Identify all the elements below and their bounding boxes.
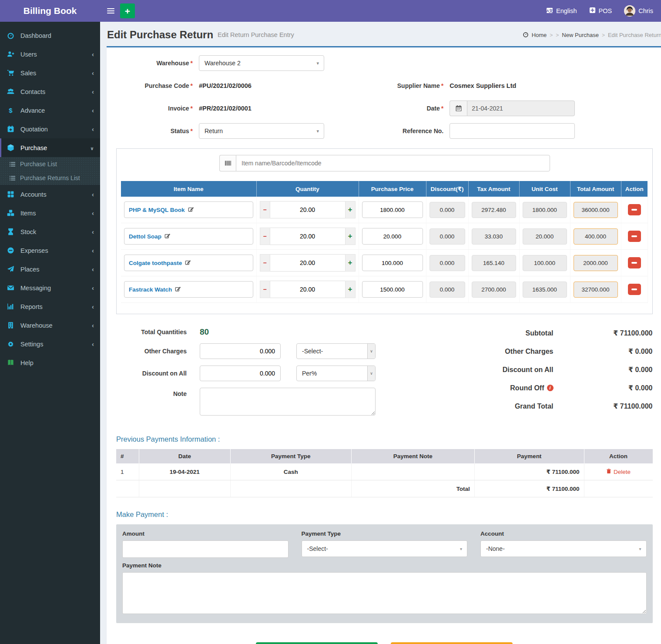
chevron-left-icon	[92, 50, 94, 58]
discount-type-select[interactable]: Per%	[296, 366, 376, 381]
remove-item-button[interactable]	[628, 284, 641, 295]
qty-increase-button[interactable]	[345, 254, 356, 272]
edit-icon[interactable]	[185, 259, 191, 267]
grid-icon	[7, 191, 17, 198]
edit-icon[interactable]	[164, 233, 171, 240]
quantity-input[interactable]	[270, 201, 345, 218]
item-name-link[interactable]: Fastrack Watch	[129, 286, 172, 293]
remove-item-button[interactable]	[628, 231, 641, 242]
discount-value: 0.000	[429, 282, 465, 298]
other-charges-input[interactable]	[200, 343, 281, 359]
info-icon[interactable]	[547, 385, 554, 391]
qty-decrease-button[interactable]	[260, 228, 270, 245]
sidebar-item-dashboard[interactable]: Dashboard	[0, 26, 100, 45]
status-select[interactable]: Return	[199, 123, 324, 139]
sidebar-toggle-icon[interactable]	[107, 8, 114, 14]
payment-type: Cash	[230, 463, 351, 480]
total-amount-value: 32700.000	[574, 282, 618, 298]
pp-col-index: #	[116, 449, 139, 463]
update-button[interactable]: Update	[256, 642, 378, 644]
close-button[interactable]: Close	[391, 642, 513, 644]
chevron-left-icon	[92, 209, 94, 217]
discount-value: 0.000	[429, 228, 465, 245]
other-charges-total-value: ₹ 0.000	[554, 347, 653, 356]
language-menu[interactable]: A文 English	[546, 7, 577, 15]
remove-item-button[interactable]	[628, 204, 641, 215]
quantity-input[interactable]	[270, 228, 345, 245]
sidebar-item-places[interactable]: Places	[0, 260, 100, 278]
note-textarea[interactable]	[200, 388, 376, 416]
quantity-input[interactable]	[270, 281, 345, 298]
sidebar-item-reports[interactable]: Reports	[0, 297, 100, 316]
payment-index: 1	[116, 463, 139, 480]
home-icon	[523, 31, 529, 39]
sidebar-item-sales[interactable]: Sales	[0, 64, 100, 82]
sidebar-item-quotation[interactable]: Quotation	[0, 120, 100, 138]
payment-row: 1 19-04-2021 Cash ₹ 71100.000 Delete	[116, 463, 653, 480]
qty-decrease-button[interactable]	[260, 254, 270, 272]
dashboard-icon	[7, 32, 17, 39]
payment-type-select[interactable]: -Select-	[302, 540, 468, 557]
sidebar-item-contacts[interactable]: Contacts	[0, 82, 100, 101]
sidebar-item-purchase[interactable]: Purchase	[0, 138, 100, 157]
barcode-icon	[219, 155, 236, 171]
breadcrumb-home[interactable]: Home	[532, 32, 547, 38]
qty-increase-button[interactable]	[345, 281, 356, 298]
table-row: PHP & MySQL Book 0.000 2972.480 1800.000…	[121, 197, 648, 223]
note-label: Note	[116, 388, 187, 397]
delete-payment-button[interactable]: Delete	[606, 468, 631, 475]
col-total-amount: Total Amount	[570, 181, 621, 197]
qty-decrease-button[interactable]	[260, 281, 270, 298]
sidebar-item-users[interactable]: Users	[0, 45, 100, 64]
reference-label: Reference No.	[403, 127, 443, 134]
sidebar-item-items[interactable]: Items	[0, 204, 100, 222]
pos-button[interactable]: POS	[589, 7, 612, 15]
quick-add-button[interactable]	[120, 3, 135, 18]
breadcrumb-new-purchase[interactable]: New Purchase	[562, 32, 599, 38]
qty-decrease-button[interactable]	[260, 201, 270, 218]
date-input[interactable]	[467, 101, 575, 116]
purchase-price-input[interactable]	[362, 228, 423, 245]
user-menu[interactable]: Chris	[624, 5, 653, 17]
sidebar-item-accounts[interactable]: Accounts	[0, 185, 100, 204]
purchase-price-input[interactable]	[362, 281, 423, 298]
sidebar-item-purchase-list[interactable]: Purchase List	[0, 157, 100, 171]
discount-on-all-total-label: Discount on All	[442, 366, 554, 374]
breadcrumb-separator	[550, 32, 553, 38]
sidebar-item-purchase-returns-list[interactable]: Purchase Returns List	[0, 171, 100, 185]
sidebar-item-help[interactable]: Help	[0, 353, 100, 372]
total-amount-value: 36000.000	[574, 202, 618, 218]
purchase-price-input[interactable]	[362, 201, 423, 218]
sidebar-item-messaging[interactable]: Messaging	[0, 278, 100, 297]
chevron-left-icon	[92, 191, 94, 198]
discount-on-all-input[interactable]	[200, 366, 281, 381]
item-name-link[interactable]: Dettol Soap	[129, 233, 161, 240]
edit-icon[interactable]	[188, 206, 194, 214]
chevron-left-icon	[92, 284, 94, 292]
sidebar-item-warehouse[interactable]: Warehouse	[0, 316, 100, 335]
sidebar-item-expenses[interactable]: Expenses	[0, 241, 100, 260]
amount-input[interactable]	[122, 540, 289, 558]
edit-icon[interactable]	[175, 286, 181, 293]
sidebar-item-stock[interactable]: Stock	[0, 222, 100, 241]
qty-increase-button[interactable]	[345, 228, 356, 245]
item-name-link[interactable]: Colgate toothpaste	[129, 260, 182, 266]
payment-note-textarea[interactable]	[122, 572, 647, 614]
previous-payments-table: # Date Payment Type Payment Note Payment…	[116, 449, 653, 497]
remove-item-button[interactable]	[628, 257, 641, 268]
unit-cost-value: 100.000	[523, 255, 567, 271]
building-icon	[7, 322, 17, 329]
sidebar-item-settings[interactable]: Settings	[0, 335, 100, 353]
account-select[interactable]: -None-	[480, 540, 647, 557]
purchase-price-input[interactable]	[362, 255, 423, 271]
other-charges-select[interactable]: -Select-	[296, 343, 376, 359]
pos-label: POS	[599, 7, 612, 14]
item-name-link[interactable]: PHP & MySQL Book	[129, 207, 185, 213]
reference-input[interactable]	[450, 123, 575, 139]
item-search-input[interactable]	[236, 155, 550, 171]
quantity-input[interactable]	[270, 254, 345, 272]
qty-increase-button[interactable]	[345, 201, 356, 218]
app-logo[interactable]: Billing Book	[0, 0, 100, 22]
sidebar-item-advance[interactable]: $ Advance	[0, 101, 100, 120]
warehouse-select[interactable]: Warehouse 2	[199, 55, 324, 71]
